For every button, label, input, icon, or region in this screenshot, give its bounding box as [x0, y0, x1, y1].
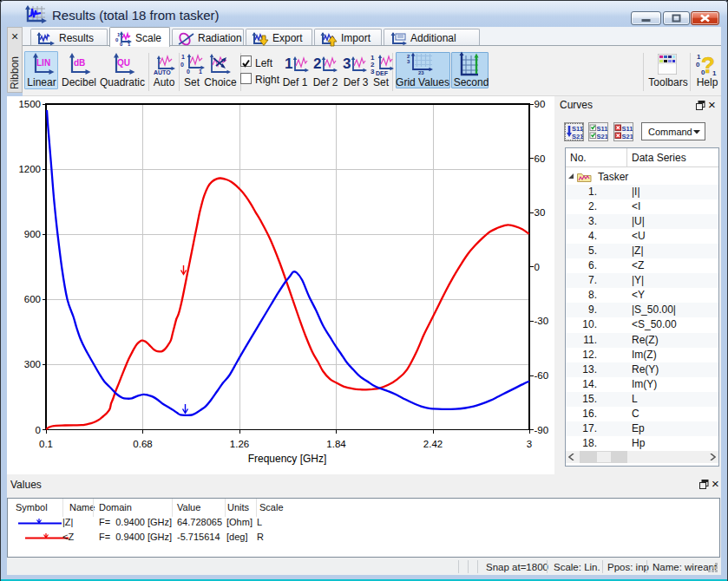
- svg-text:1.26: 1.26: [230, 439, 249, 449]
- svg-text:-90: -90: [535, 425, 549, 435]
- svg-text:S11: S11: [597, 125, 608, 133]
- svg-text:0: 0: [36, 425, 41, 435]
- svg-text:S11: S11: [572, 125, 583, 133]
- svg-text:S11: S11: [622, 125, 633, 133]
- svg-text:0.68: 0.68: [133, 439, 152, 449]
- svg-text:Frequency [GHz]: Frequency [GHz]: [248, 453, 327, 465]
- svg-text:3: 3: [371, 68, 375, 75]
- svg-text:300: 300: [24, 359, 41, 369]
- svg-text:?: ?: [701, 52, 715, 76]
- svg-text:-30: -30: [535, 316, 549, 326]
- svg-text:1: 1: [181, 54, 185, 60]
- svg-text:QU: QU: [117, 58, 130, 68]
- svg-text:S21: S21: [622, 133, 633, 140]
- svg-text:900: 900: [24, 229, 41, 239]
- svg-text:0: 0: [180, 62, 184, 68]
- svg-text:2: 2: [313, 55, 321, 72]
- svg-text:0: 0: [696, 61, 700, 69]
- svg-text:2.42: 2.42: [423, 439, 443, 449]
- svg-text:3: 3: [343, 55, 351, 72]
- svg-text:1.84: 1.84: [326, 439, 346, 449]
- svg-text:1500: 1500: [18, 99, 41, 109]
- svg-text:0: 0: [120, 42, 123, 47]
- svg-text:60: 60: [535, 153, 546, 164]
- svg-text:dB: dB: [74, 58, 85, 68]
- svg-text:0: 0: [187, 69, 190, 75]
- svg-text:DEF: DEF: [376, 70, 389, 76]
- svg-text:0.1: 0.1: [39, 439, 53, 449]
- svg-text:90: 90: [535, 99, 546, 109]
- svg-text:1200: 1200: [18, 164, 41, 174]
- svg-text:1: 1: [285, 55, 292, 72]
- svg-text:AUTO: AUTO: [154, 69, 171, 75]
- svg-text:S21: S21: [597, 133, 608, 140]
- svg-text:LIN: LIN: [36, 58, 50, 68]
- svg-text:23: 23: [418, 70, 424, 75]
- svg-text:600: 600: [24, 294, 41, 304]
- svg-text:S21: S21: [572, 133, 583, 140]
- svg-text:30: 30: [535, 207, 546, 218]
- svg-text:3: 3: [407, 59, 410, 64]
- svg-text:1: 1: [199, 69, 202, 75]
- svg-text:0: 0: [115, 37, 119, 42]
- svg-text:-60: -60: [535, 370, 549, 381]
- svg-text:0: 0: [535, 262, 540, 272]
- svg-text:3: 3: [527, 439, 532, 449]
